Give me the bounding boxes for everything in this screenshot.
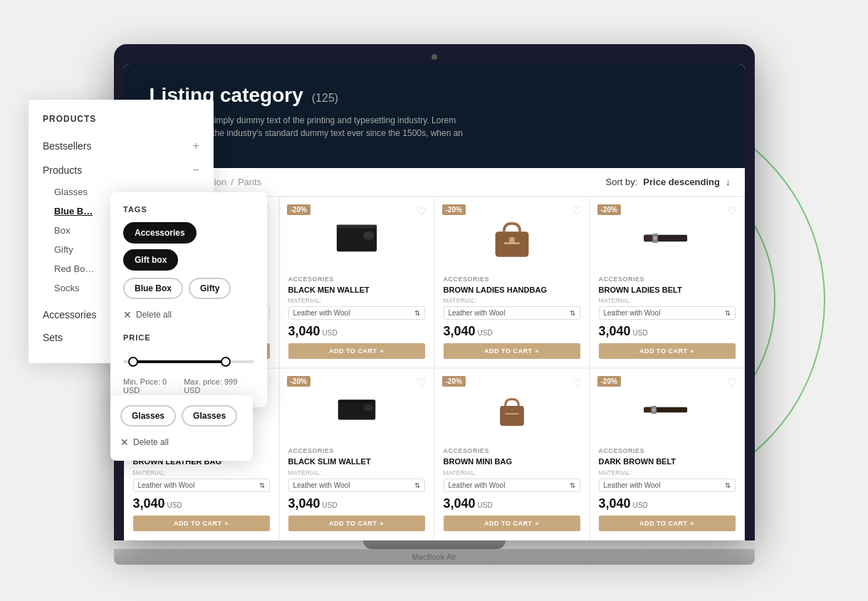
breadcrumb-sep2: / <box>231 177 234 187</box>
delete-all-tags2[interactable]: ✕ Delete all <box>120 434 243 451</box>
price-slider-min-thumb[interactable] <box>128 357 138 367</box>
tag-giftbox[interactable]: Gift box <box>123 249 178 271</box>
breadcrumb-pants[interactable]: Pants <box>238 177 261 187</box>
page-header-title: Listing category (125) <box>150 84 719 107</box>
tag-accessories[interactable]: Accessories <box>123 222 197 244</box>
product-price: 3,040 USD <box>444 324 580 339</box>
product-name: BROWN LADIES BELT <box>599 285 736 295</box>
wishlist-icon[interactable]: ♡ <box>572 204 582 218</box>
tags-active-row: Accessories Gift box <box>123 222 254 271</box>
material-arrow: ⇅ <box>414 481 420 489</box>
add-to-cart-button[interactable]: ADD TO CART » <box>288 343 425 359</box>
tags-inactive-row: Blue Box Gifty <box>123 278 254 299</box>
tags2-row: Glasses Glasses <box>120 405 243 427</box>
svg-rect-8 <box>336 224 376 228</box>
sidebar-bestsellers-label: Bestsellers <box>43 140 91 152</box>
product-card: -20% ♡ ACCESORIES BROWN LADIES BELT MATE… <box>590 197 745 368</box>
add-to-cart-button[interactable]: ADD TO CART » <box>444 516 580 531</box>
delete-all2-icon: ✕ <box>120 437 129 448</box>
tag-gifty[interactable]: Gifty <box>189 278 231 299</box>
tag2-glasses1[interactable]: Glasses <box>120 405 176 427</box>
product-category: ACCESORIES <box>288 447 425 454</box>
material-arrow: ⇅ <box>725 309 731 317</box>
price-min-label: Min. Price: 0 USD <box>123 377 184 394</box>
svg-rect-20 <box>338 399 375 402</box>
material-select[interactable]: Leather with Wool ⇅ <box>133 479 270 492</box>
material-arrow: ⇅ <box>570 309 575 317</box>
delete-all-tags[interactable]: ✕ Delete all <box>123 306 254 323</box>
product-image <box>444 377 580 441</box>
material-select[interactable]: Leather with Wool ⇅ <box>599 306 736 320</box>
sort-value[interactable]: Price descending <box>643 177 720 187</box>
wishlist-icon[interactable]: ♡ <box>417 376 427 390</box>
add-to-cart-button[interactable]: ADD TO CART » <box>599 343 736 359</box>
svg-rect-22 <box>500 406 524 426</box>
price-currency: USD <box>633 329 648 337</box>
laptop-camera <box>432 54 437 60</box>
price-currency: USD <box>478 329 493 337</box>
material-value: Leather with Wool <box>293 481 350 489</box>
material-label: MATERIAL: <box>288 469 425 476</box>
cart-arrow-icon: » <box>380 520 384 527</box>
product-card: -20% ♡ ACCESORIES BROWN MINI BAG MATERIA… <box>434 368 590 540</box>
sidebar-item-bestsellers[interactable]: Bestsellers + <box>43 134 199 158</box>
price-slider-max-thumb[interactable] <box>221 357 231 367</box>
product-category: ACCESORIES <box>599 276 736 283</box>
add-to-cart-button[interactable]: ADD TO CART » <box>133 516 270 531</box>
material-select[interactable]: Leather with Wool ⇅ <box>444 479 580 492</box>
laptop-base: MacBook Air <box>114 549 755 565</box>
sort-label: Sort by: <box>606 177 638 187</box>
material-arrow: ⇅ <box>259 481 265 489</box>
product-name: DARK BROWN BELT <box>599 456 736 466</box>
product-name: BLACK MEN WALLET <box>288 285 425 295</box>
add-to-cart-button[interactable]: ADD TO CART » <box>444 343 580 359</box>
wishlist-icon[interactable]: ♡ <box>417 204 427 218</box>
tag2-glasses2[interactable]: Glasses <box>182 405 237 427</box>
price-value: 3,040 <box>599 324 631 339</box>
wishlist-icon[interactable]: ♡ <box>727 204 737 218</box>
tags-title: TAGS <box>123 205 254 214</box>
svg-point-16 <box>653 236 657 240</box>
price-max-label: Max. price: 999 USD <box>184 377 254 394</box>
price-value: 3,040 <box>288 324 320 339</box>
add-to-cart-button[interactable]: ADD TO CART » <box>599 516 736 531</box>
svg-point-27 <box>652 407 656 412</box>
product-price: 3,040 USD <box>599 496 736 511</box>
cart-arrow-icon: » <box>535 347 539 355</box>
product-card: -20% ♡ ACCESORIES BLACK MEN WALLET MATER… <box>279 197 434 368</box>
price-currency: USD <box>478 501 493 509</box>
product-name: BROWN MINI BAG <box>444 456 580 466</box>
price-value: 3,040 <box>288 496 320 511</box>
material-label: MATERIAL: <box>288 297 425 304</box>
product-image <box>599 377 736 441</box>
material-select[interactable]: Leather with Wool ⇅ <box>288 479 425 492</box>
product-image <box>444 206 580 270</box>
price-value: 3,040 <box>133 496 165 511</box>
product-badge: -20% <box>597 376 621 387</box>
add-to-cart-button[interactable]: ADD TO CART » <box>288 516 425 531</box>
material-select[interactable]: Leather with Wool ⇅ <box>444 306 580 320</box>
price-value: 3,040 <box>444 496 476 511</box>
product-card: -20% ♡ ACCESORIES BROWN LADIES HANDBAG M… <box>434 197 590 368</box>
sort-bar: Sort by: Price descending ↓ <box>606 177 731 187</box>
material-select[interactable]: Leather with Wool ⇅ <box>288 306 425 320</box>
product-price: 3,040 USD <box>133 496 270 511</box>
tags-popup: TAGS Accessories Gift box Blue Box Gifty… <box>110 192 267 407</box>
price-value: 3,040 <box>444 324 476 339</box>
material-label: MATERIAL: <box>599 297 736 304</box>
price-labels: Min. Price: 0 USD Max. price: 999 USD <box>123 377 254 394</box>
delete-all-label: Delete all <box>136 310 172 320</box>
wishlist-icon[interactable]: ♡ <box>572 376 582 390</box>
wishlist-icon[interactable]: ♡ <box>727 376 737 390</box>
material-label: MATERIAL: <box>444 297 580 304</box>
material-value: Leather with Wool <box>449 481 506 489</box>
tag-bluebox[interactable]: Blue Box <box>123 278 183 299</box>
price-slider[interactable] <box>123 349 254 377</box>
material-select[interactable]: Leather with Wool ⇅ <box>599 479 736 492</box>
product-count: (125) <box>312 92 338 105</box>
sidebar-bestsellers-icon: + <box>193 140 199 152</box>
material-arrow: ⇅ <box>414 309 420 317</box>
price-currency: USD <box>633 501 648 509</box>
sidebar-item-products[interactable]: Products − <box>43 158 199 182</box>
svg-rect-9 <box>363 231 374 239</box>
